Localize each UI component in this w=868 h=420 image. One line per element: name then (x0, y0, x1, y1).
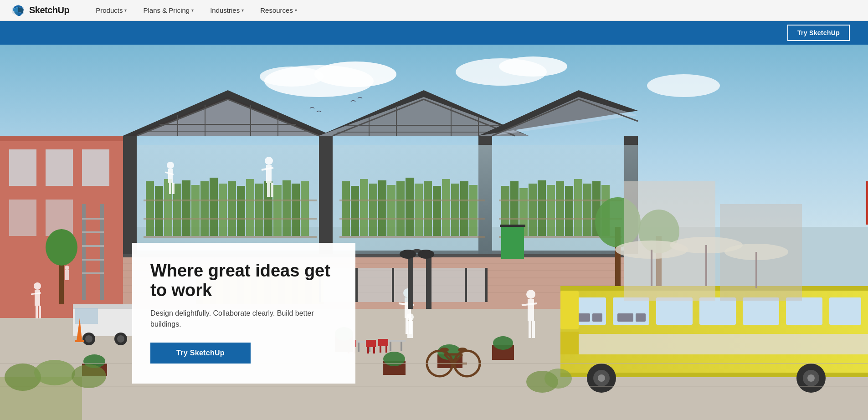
svg-rect-234 (743, 297, 779, 325)
svg-rect-151 (39, 306, 41, 318)
svg-point-209 (437, 344, 461, 360)
svg-rect-248 (560, 291, 579, 329)
svg-rect-126 (168, 169, 173, 183)
blue-bar: Try SketchUp (0, 21, 868, 45)
svg-rect-133 (267, 183, 270, 197)
svg-rect-150 (36, 306, 38, 318)
nav-industries[interactable]: Industries ▾ (202, 0, 252, 21)
svg-point-256 (117, 335, 124, 343)
try-sketchup-header-button[interactable]: Try SketchUp (787, 25, 850, 41)
svg-rect-179 (465, 268, 467, 302)
svg-rect-88 (301, 181, 309, 236)
svg-rect-153 (65, 270, 69, 280)
svg-rect-21 (82, 259, 104, 261)
logo[interactable]: SketchUp (11, 3, 69, 18)
svg-point-2 (314, 61, 396, 87)
svg-point-130 (265, 157, 273, 165)
svg-rect-93 (351, 186, 359, 236)
svg-rect-238 (592, 313, 602, 322)
svg-rect-100 (415, 184, 423, 236)
chevron-down-icon: ▾ (295, 8, 297, 13)
svg-rect-181 (501, 227, 524, 259)
svg-rect-198 (401, 342, 402, 351)
svg-rect-89 (144, 200, 317, 201)
svg-rect-95 (369, 184, 377, 236)
svg-rect-106 (469, 185, 478, 236)
svg-rect-119 (583, 184, 591, 236)
svg-point-5 (499, 56, 567, 77)
svg-rect-19 (82, 231, 104, 233)
svg-rect-146 (532, 321, 535, 338)
svg-rect-22 (82, 272, 104, 274)
svg-rect-90 (144, 218, 317, 220)
svg-point-274 (544, 369, 572, 389)
hero-card: Where great ideas get to work Design del… (132, 243, 355, 384)
svg-rect-104 (451, 184, 459, 236)
svg-rect-249 (560, 332, 579, 354)
svg-rect-14 (9, 200, 36, 236)
svg-rect-10 (0, 136, 128, 141)
svg-point-152 (65, 266, 69, 270)
svg-rect-116 (556, 181, 564, 236)
chevron-down-icon: ▾ (241, 8, 244, 13)
svg-rect-82 (246, 179, 254, 236)
svg-rect-39 (123, 136, 137, 254)
svg-rect-182 (500, 225, 525, 227)
svg-rect-235 (786, 297, 822, 325)
svg-rect-195 (373, 347, 375, 353)
svg-rect-114 (538, 180, 546, 236)
svg-rect-115 (547, 185, 555, 236)
nav-resources[interactable]: Resources ▾ (252, 0, 305, 21)
svg-point-208 (383, 352, 405, 366)
svg-rect-20 (82, 245, 104, 247)
svg-rect-72 (155, 186, 163, 236)
svg-rect-102 (433, 186, 441, 236)
svg-point-210 (493, 336, 513, 350)
nav-products[interactable]: Products ▾ (87, 0, 135, 21)
svg-point-244 (598, 374, 605, 382)
svg-rect-129 (172, 183, 175, 194)
svg-rect-109 (339, 236, 485, 238)
brand-name: SketchUp (29, 5, 69, 15)
svg-rect-200 (380, 346, 381, 353)
hero-illustration (0, 45, 868, 420)
svg-point-225 (440, 348, 449, 352)
svg-rect-40 (319, 136, 333, 254)
svg-rect-176 (355, 268, 358, 302)
svg-rect-81 (237, 186, 245, 236)
svg-rect-94 (360, 179, 368, 236)
svg-rect-239 (617, 313, 633, 322)
svg-rect-143 (528, 299, 534, 321)
svg-rect-103 (442, 179, 450, 236)
svg-rect-233 (699, 297, 736, 325)
svg-rect-85 (273, 185, 282, 236)
svg-point-147 (34, 282, 41, 290)
svg-rect-92 (342, 181, 350, 236)
svg-rect-240 (636, 313, 646, 322)
svg-rect-97 (387, 185, 395, 236)
nav-items: Products ▾ Plans & Pricing ▾ Industries … (87, 0, 305, 21)
svg-rect-87 (292, 184, 300, 236)
svg-rect-79 (219, 184, 227, 236)
need-help-tab[interactable]: Need Help? (866, 181, 868, 225)
svg-point-186 (418, 250, 434, 259)
svg-rect-252 (75, 308, 98, 324)
try-sketchup-hero-button[interactable]: Try SketchUp (150, 343, 251, 364)
svg-rect-194 (367, 347, 369, 353)
svg-rect-83 (255, 184, 263, 236)
svg-point-6 (647, 74, 720, 97)
svg-rect-236 (829, 297, 861, 325)
svg-rect-188 (358, 343, 360, 352)
nav-plans-pricing[interactable]: Plans & Pricing ▾ (135, 0, 202, 21)
svg-point-185 (400, 250, 416, 259)
svg-rect-98 (396, 181, 405, 236)
navbar: SketchUp Products ▾ Plans & Pricing ▾ In… (0, 0, 868, 21)
hero-title: Where great ideas get to work (150, 261, 337, 301)
svg-rect-183 (408, 254, 413, 309)
svg-rect-71 (146, 181, 154, 236)
svg-rect-177 (392, 268, 394, 302)
svg-rect-199 (378, 339, 388, 346)
svg-point-226 (458, 348, 467, 352)
svg-rect-134 (271, 183, 273, 197)
svg-rect-101 (424, 181, 432, 236)
